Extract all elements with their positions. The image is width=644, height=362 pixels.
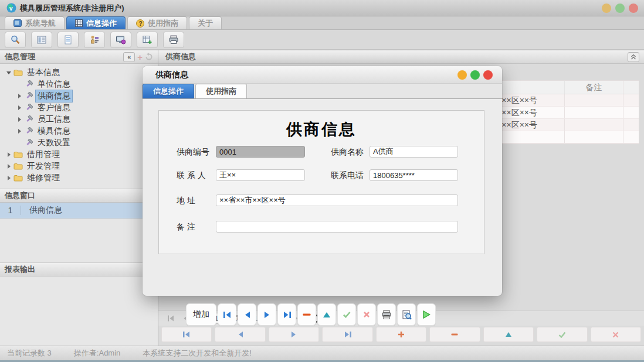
expand-arrow-icon[interactable] bbox=[5, 152, 13, 157]
supplier-name-input[interactable] bbox=[370, 146, 458, 158]
sidebar-item-employee-info[interactable]: 员工信息 bbox=[0, 114, 158, 125]
expand-arrow-icon[interactable] bbox=[15, 117, 23, 122]
note-input[interactable] bbox=[216, 221, 458, 233]
monitor-button[interactable] bbox=[110, 32, 131, 48]
document-icon bbox=[63, 35, 73, 45]
confirm-button[interactable] bbox=[337, 303, 356, 326]
grid-delete-button[interactable] bbox=[429, 327, 480, 342]
grid-prev-button[interactable] bbox=[215, 327, 265, 342]
printer-button[interactable] bbox=[163, 32, 184, 48]
expand-arrow-icon[interactable] bbox=[5, 71, 13, 74]
tree-label: 供商信息 bbox=[36, 90, 72, 102]
expand-arrow-icon[interactable] bbox=[15, 129, 23, 134]
delete-record-button[interactable] bbox=[297, 303, 316, 326]
dialog-minimize-button[interactable] bbox=[457, 70, 467, 80]
add-record-button[interactable]: 增加 bbox=[186, 303, 216, 326]
print-button[interactable] bbox=[377, 303, 396, 326]
sidebar-collapse-button[interactable]: « bbox=[123, 52, 135, 62]
tool-icon bbox=[23, 80, 34, 88]
grid-first-button[interactable] bbox=[161, 327, 212, 342]
skip-last-icon bbox=[283, 311, 292, 319]
dialog-tab-bar: 信息操作 使用指南 bbox=[143, 84, 502, 99]
folder-icon bbox=[13, 69, 23, 76]
maximize-button[interactable] bbox=[615, 4, 625, 13]
dialog-title-bar[interactable]: 供商信息 bbox=[143, 66, 502, 84]
table-add-button[interactable] bbox=[137, 32, 158, 48]
pager-first-button[interactable] bbox=[165, 315, 176, 322]
report-output-area bbox=[0, 276, 158, 346]
form-title: 供商信息 bbox=[159, 119, 484, 140]
grid-cancel-button[interactable] bbox=[591, 327, 641, 342]
contact-phone-input[interactable] bbox=[370, 169, 458, 181]
operator-label: 操作者:Admin bbox=[74, 348, 120, 358]
sidebar-item-unit-info[interactable]: 单位信息 bbox=[0, 78, 158, 90]
run-button[interactable] bbox=[417, 303, 436, 326]
refresh-icon bbox=[145, 53, 153, 61]
tab-about[interactable]: 关于 bbox=[189, 16, 222, 29]
prev-record-button[interactable] bbox=[238, 303, 256, 326]
grid-next-button[interactable] bbox=[269, 327, 319, 342]
panel-header-report-output: 报表输出 bbox=[0, 262, 158, 276]
check-icon bbox=[343, 311, 351, 318]
list-item-supplier-info[interactable]: 1 供商信息 bbox=[0, 203, 158, 218]
sidebar-item-repair-mgmt[interactable]: 维修管理 bbox=[0, 172, 158, 184]
printer-icon bbox=[168, 35, 179, 45]
sidebar-item-customer-info[interactable]: 客户信息 bbox=[0, 102, 158, 114]
cell-note bbox=[565, 107, 623, 118]
x-icon bbox=[363, 311, 370, 318]
sidebar-item-develop-mgmt[interactable]: 开发管理 bbox=[0, 160, 158, 172]
column-header-note[interactable]: 备注 bbox=[565, 81, 623, 94]
cell-note bbox=[565, 119, 623, 131]
chevron-up-icon bbox=[630, 53, 637, 60]
dialog-tab-user-guide[interactable]: 使用指南 bbox=[195, 84, 247, 98]
search-button[interactable] bbox=[5, 32, 26, 48]
info-tree: 基本信息 单位信息 供商信息 客户信息 员工信息 bbox=[0, 64, 158, 189]
cancel-button[interactable] bbox=[357, 303, 376, 326]
grid-icon bbox=[75, 19, 83, 27]
sidebar-item-basic-info[interactable]: 基本信息 bbox=[0, 67, 158, 78]
sidebar-item-supplier-info[interactable]: 供商信息 bbox=[0, 90, 158, 102]
tab-system-nav[interactable]: 系统导航 bbox=[5, 16, 65, 29]
grid-last-button[interactable] bbox=[322, 327, 372, 342]
tool-icon bbox=[23, 139, 34, 147]
grid-toolbar bbox=[161, 327, 641, 342]
dialog-close-button[interactable] bbox=[483, 70, 493, 80]
expand-arrow-icon[interactable] bbox=[15, 105, 23, 110]
list-item-label: 供商信息 bbox=[21, 205, 62, 216]
tab-user-guide[interactable]: ? 使用指南 bbox=[127, 16, 187, 29]
tab-info-operation[interactable]: 信息操作 bbox=[66, 16, 126, 29]
grid-confirm-button[interactable] bbox=[537, 327, 587, 342]
address-input[interactable] bbox=[216, 194, 458, 206]
dialog-maximize-button[interactable] bbox=[470, 70, 480, 80]
contact-person-input[interactable] bbox=[216, 169, 305, 181]
dialog-body: 供商信息 供商编号 供商名称 联 系 人 联系电话 地 址 备 注 增加 bbox=[143, 99, 502, 296]
close-button[interactable] bbox=[629, 4, 638, 13]
expand-arrow-icon[interactable] bbox=[5, 176, 13, 180]
dialog-tab-info-operation[interactable]: 信息操作 bbox=[143, 84, 194, 98]
grid-add-button[interactable] bbox=[376, 327, 426, 342]
expand-arrow-icon[interactable] bbox=[5, 164, 13, 169]
first-record-button[interactable] bbox=[218, 303, 236, 326]
play-icon bbox=[422, 310, 431, 319]
grid-edit-button[interactable] bbox=[483, 327, 534, 342]
panel-title: 报表输出 bbox=[5, 264, 35, 275]
supplier-code-input[interactable] bbox=[216, 146, 305, 158]
user-report-button[interactable] bbox=[84, 32, 105, 48]
sidebar-item-borrow-mgmt[interactable]: 借用管理 bbox=[0, 149, 158, 160]
sidebar-item-days-setting[interactable]: 天数设置 bbox=[0, 137, 158, 149]
print-preview-button[interactable] bbox=[397, 303, 416, 326]
tree-label: 基本信息 bbox=[25, 67, 62, 78]
dialog-title: 供商信息 bbox=[155, 70, 188, 80]
panel-collapse-button[interactable] bbox=[628, 52, 639, 62]
next-record-button[interactable] bbox=[257, 303, 276, 326]
minus-icon bbox=[303, 313, 311, 316]
folder-icon bbox=[13, 175, 23, 182]
expand-arrow-icon[interactable] bbox=[15, 94, 23, 98]
edit-record-button[interactable] bbox=[317, 303, 336, 326]
document-button[interactable] bbox=[57, 32, 79, 48]
minimize-button[interactable] bbox=[602, 4, 611, 13]
sidebar-item-mold-info[interactable]: 模具信息 bbox=[0, 125, 158, 137]
last-record-button[interactable] bbox=[277, 303, 296, 326]
form-view-button[interactable] bbox=[31, 32, 52, 48]
list-item-index: 1 bbox=[0, 206, 21, 215]
